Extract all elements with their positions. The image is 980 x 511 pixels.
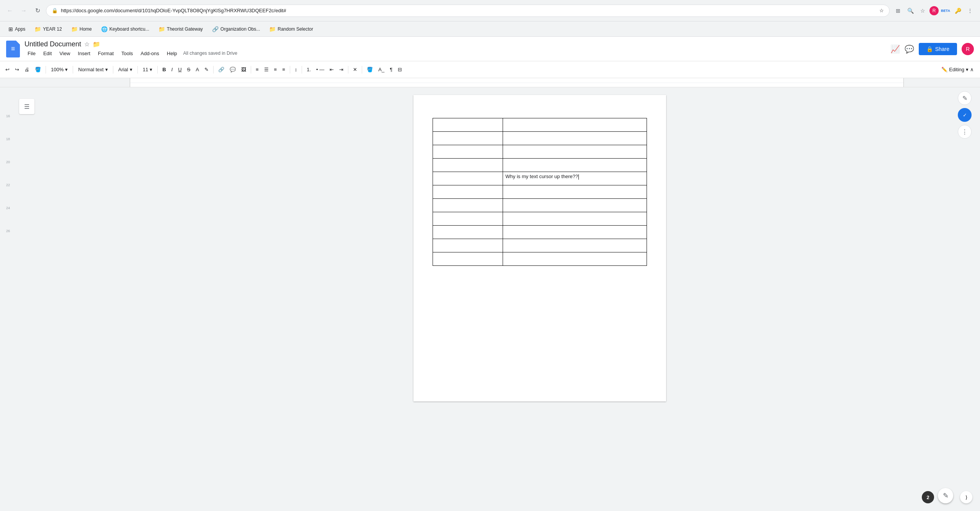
bookmark-apps[interactable]: ⊞ Apps — [5, 25, 29, 34]
right-action-icon[interactable]: ✎ — [958, 91, 972, 105]
font-select[interactable]: Arial ▾ — [116, 64, 135, 75]
menu-tools[interactable]: Tools — [118, 49, 136, 58]
comment-icon[interactable]: 💬 — [905, 44, 914, 54]
underline-button[interactable]: U — [176, 64, 184, 75]
address-bar[interactable]: 🔒 https://docs.google.com/document/d/101… — [46, 5, 890, 17]
align-left-button[interactable]: ≡ — [253, 64, 261, 75]
edit-pencil-icon: ✏️ — [941, 67, 947, 72]
line-spacing-button[interactable]: ↕ — [292, 64, 300, 75]
bookmark-keyboard[interactable]: 🌐 Keyboard shortcu... — [97, 25, 153, 34]
table-cell[interactable] — [433, 199, 503, 212]
trend-icon[interactable]: 📈 — [890, 44, 900, 54]
table-cell[interactable] — [433, 118, 503, 132]
highlight-button[interactable]: ✎ — [202, 64, 211, 75]
undo-button[interactable]: ↩ — [3, 64, 12, 75]
line-26: 26 — [6, 225, 10, 237]
decrease-indent-button[interactable]: ⇤ — [327, 64, 336, 75]
menu-format[interactable]: Format — [95, 49, 117, 58]
table-cell[interactable] — [433, 239, 503, 252]
right-settings-icon[interactable]: ✓ — [958, 108, 972, 122]
menu-addons[interactable]: Add-ons — [137, 49, 162, 58]
align-center-button[interactable]: ☰ — [262, 64, 271, 75]
align-justify-button[interactable]: ≡ — [280, 64, 287, 75]
table-cell-active[interactable]: Why is my text cursor up there?? — [503, 172, 647, 185]
right-more-icon[interactable]: ⋮ — [958, 125, 972, 139]
user-avatar[interactable]: R — [962, 43, 974, 55]
text-color-button[interactable]: A — [193, 64, 201, 75]
menu-file[interactable]: File — [24, 49, 39, 58]
table-cell[interactable] — [503, 132, 647, 145]
comment-button[interactable]: 💬 — [227, 64, 238, 75]
increase-indent-button[interactable]: ⇥ — [337, 64, 346, 75]
clear-format-button[interactable]: ✕ — [351, 64, 359, 75]
table-cell[interactable] — [503, 159, 647, 172]
doc-folder-icon[interactable]: 📁 — [93, 41, 100, 48]
table-cell[interactable] — [433, 252, 503, 266]
table-cell[interactable] — [433, 132, 503, 145]
style-select[interactable]: Normal text ▾ — [75, 64, 110, 75]
table-cell[interactable] — [433, 159, 503, 172]
table-cell[interactable] — [433, 145, 503, 159]
refresh-button[interactable]: ↻ — [32, 5, 43, 16]
menu-edit[interactable]: Edit — [40, 49, 55, 58]
table-cell[interactable] — [433, 226, 503, 239]
table-cell[interactable] — [433, 172, 503, 185]
table-cell[interactable] — [503, 212, 647, 226]
strikethrough-button[interactable]: S — [185, 64, 193, 75]
redo-button[interactable]: ↪ — [13, 64, 21, 75]
table-cell[interactable] — [503, 199, 647, 212]
table-cell[interactable] — [503, 145, 647, 159]
columns-button[interactable]: ⊟ — [395, 64, 404, 75]
editing-mode[interactable]: ✏️ Editing ▾ ∧ — [938, 67, 977, 72]
table-cell[interactable] — [503, 252, 647, 266]
table-cell[interactable] — [433, 212, 503, 226]
table-cell[interactable] — [503, 185, 647, 199]
link-button[interactable]: 🔗 — [216, 64, 227, 75]
menu-view[interactable]: View — [56, 49, 73, 58]
bookmark-theorist[interactable]: 📁 Theorist Gateway — [155, 25, 207, 34]
right-panel: ✎ ✓ ⋮ — [949, 87, 980, 511]
document-table[interactable]: Why is my text cursor up there?? — [433, 118, 647, 266]
italic-button[interactable]: I — [169, 64, 175, 75]
paragraph-styles-button[interactable]: ¶ — [387, 64, 395, 75]
table-cell[interactable] — [433, 185, 503, 199]
table-cell[interactable] — [503, 226, 647, 239]
password-icon[interactable]: 🔑 — [952, 5, 963, 16]
zoom-select[interactable]: 100% ▾ — [48, 64, 70, 75]
profile-icon[interactable]: R — [929, 6, 939, 15]
doc-title[interactable]: Untitled Document — [24, 40, 81, 48]
menu-icon[interactable]: ⋮ — [965, 5, 975, 16]
doc-header-right: 📈 💬 🔒 Share R — [890, 43, 974, 55]
print-button[interactable]: 🖨 — [22, 64, 32, 75]
extensions-icon[interactable]: ⊞ — [893, 5, 903, 16]
bookmark-random[interactable]: 📁 Random Selector — [265, 25, 317, 34]
editing-collapse[interactable]: ∧ — [970, 67, 974, 72]
expand-button[interactable]: ⟩ — [960, 491, 972, 503]
search-icon[interactable]: 🔍 — [905, 5, 916, 16]
bookmark-home[interactable]: 📁 Home — [67, 25, 96, 34]
doc-outline-button[interactable]: ☰ — [19, 99, 34, 114]
bookmark-year12[interactable]: 📁 YEAR 12 — [31, 25, 65, 34]
menu-insert[interactable]: Insert — [75, 49, 93, 58]
share-button[interactable]: 🔒 Share — [919, 43, 957, 55]
numbered-list-button[interactable]: 1. — [304, 64, 313, 75]
image-button[interactable]: 🖼 — [239, 64, 248, 75]
notification-badge[interactable]: 2 — [922, 491, 934, 503]
bookmark-organization[interactable]: 🔗 Organization Obs... — [208, 25, 264, 34]
bullet-list-button[interactable]: • — — [314, 64, 327, 75]
font-color-button2[interactable]: A_ — [376, 64, 387, 75]
bookmark-icon[interactable]: ☆ — [917, 5, 928, 16]
forward-button[interactable]: → — [18, 5, 29, 16]
paint-format-button[interactable]: 🪣 — [33, 64, 43, 75]
bold-button[interactable]: B — [160, 64, 168, 75]
back-button[interactable]: ← — [5, 5, 15, 16]
bg-color-button[interactable]: 🪣 — [364, 64, 375, 75]
fontsize-select[interactable]: 11 ▾ — [140, 64, 155, 75]
doc-canvas[interactable]: Why is my text cursor up there?? — [130, 87, 949, 511]
align-right-button[interactable]: ≡ — [272, 64, 279, 75]
table-cell[interactable] — [503, 239, 647, 252]
table-cell[interactable] — [503, 118, 647, 132]
menu-help[interactable]: Help — [164, 49, 180, 58]
doc-star[interactable]: ☆ — [84, 41, 90, 48]
bottom-action-button[interactable]: ✎ — [938, 488, 953, 503]
